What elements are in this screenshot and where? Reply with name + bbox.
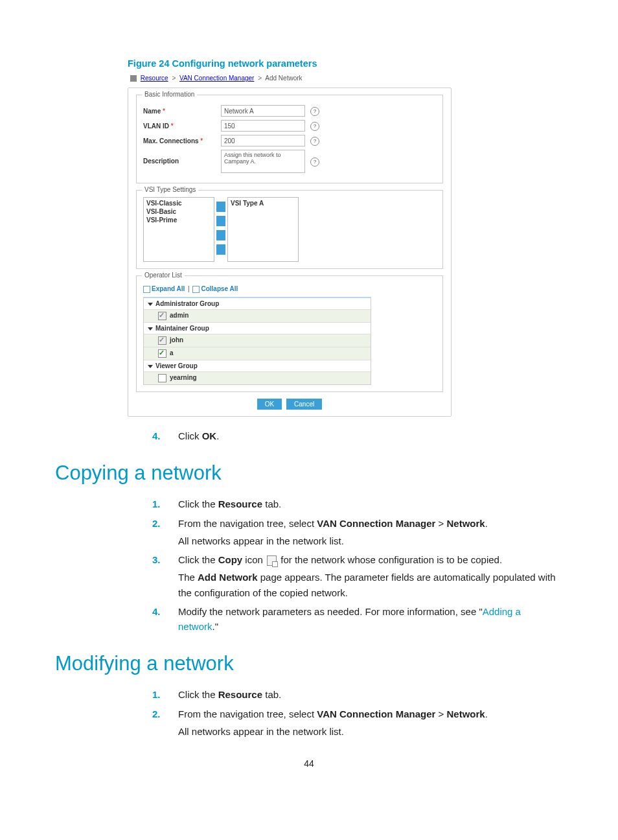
step-number: 1. [152, 496, 178, 511]
maxconn-label: Max. Connections * [143, 135, 221, 145]
step-number: 1. [152, 687, 178, 702]
figure-caption: Figure 24 Configuring network parameters [128, 58, 563, 69]
operator-user-name: admin [170, 312, 189, 319]
vsi-legend: VSI Type Settings [142, 186, 198, 193]
operator-user-row: yearning [144, 372, 371, 384]
vsi-selected-item[interactable]: VSI Type A [231, 199, 295, 207]
expand-all-link[interactable]: Expand All [152, 285, 185, 292]
vsi-selected-list[interactable]: VSI Type A [227, 197, 299, 262]
move-all-right-button[interactable] [216, 230, 225, 240]
oplist-legend: Operator List [142, 272, 185, 279]
operator-group-row[interactable]: Administrator Group [144, 298, 371, 310]
breadcrumb-resource[interactable]: Resource [141, 75, 168, 82]
step-text: Click the Resource tab. [178, 687, 563, 702]
basic-info-group: Basic Information Name * ? VLAN ID * ? [136, 95, 443, 183]
page-number: 44 [55, 758, 563, 769]
step-number: 2. [152, 706, 178, 740]
step-text: Click the Copy icon for the network whos… [178, 552, 563, 600]
breadcrumb-sep: > [258, 75, 262, 82]
cross-ref-link[interactable]: Adding a network [178, 606, 521, 632]
pre-step-list: 4. Click OK. [152, 428, 563, 443]
caret-down-icon [148, 303, 153, 306]
copy-steps: 1.Click the Resource tab.2.From the navi… [152, 496, 563, 634]
help-icon[interactable]: ? [310, 107, 319, 116]
modify-steps: 1.Click the Resource tab.2.From the navi… [152, 687, 563, 739]
operator-list-group: Operator List Expand All | Collapse All … [136, 275, 443, 392]
operator-group-row[interactable]: Viewer Group [144, 360, 371, 372]
collapse-icon [192, 286, 200, 293]
operator-group-name: Maintainer Group [155, 325, 209, 332]
ok-button[interactable]: OK [257, 399, 282, 410]
section-heading-modifying: Modifying a network [55, 652, 563, 675]
vsi-available-item[interactable]: VSI-Basic [146, 207, 211, 216]
user-checkbox[interactable] [158, 374, 166, 382]
vsi-available-item[interactable]: VSI-Prime [146, 216, 211, 224]
form-panel: Basic Information Name * ? VLAN ID * ? [128, 88, 452, 417]
step-text: Click OK. [178, 428, 563, 443]
name-label: Name * [143, 105, 221, 115]
move-right-button[interactable] [216, 202, 225, 212]
step-number: 2. [152, 516, 178, 549]
operator-user-row: admin [144, 310, 371, 323]
operator-group-name: Viewer Group [155, 362, 198, 369]
shuttle-buttons [214, 197, 227, 262]
help-icon[interactable]: ? [310, 122, 319, 131]
step-subtext: All networks appear in the network list. [178, 724, 563, 739]
step-text: Click the Resource tab. [178, 496, 563, 511]
breadcrumb-sep: > [172, 75, 176, 82]
user-checkbox [158, 336, 166, 345]
section-heading-copying: Copying a network [55, 461, 563, 485]
user-checkbox[interactable] [158, 349, 166, 358]
resource-icon [130, 75, 137, 82]
step-text: From the navigation tree, select VAN Con… [178, 706, 563, 740]
operator-user-name: john [170, 336, 183, 344]
step-number: 4. [152, 428, 178, 443]
step-subtext: All networks appear in the network list. [178, 533, 563, 548]
button-bar: OK Cancel [128, 399, 451, 410]
step-subtext: The Add Network page appears. The parame… [178, 570, 563, 600]
desc-textarea[interactable]: Assign this network to Campany A. [221, 150, 305, 173]
desc-label: Description [143, 150, 221, 165]
step-text: Modify the network parameters as needed.… [178, 604, 563, 635]
vsi-group: VSI Type Settings VSI-ClassicVSI-BasicVS… [136, 190, 443, 269]
operator-table: Administrator GroupadminMaintainer Group… [143, 297, 371, 385]
move-left-button[interactable] [216, 216, 225, 226]
operator-user-name: a [170, 349, 174, 356]
operator-user-row: john [144, 334, 371, 347]
expand-icon [143, 286, 150, 293]
caret-down-icon [148, 327, 153, 331]
operator-group-row[interactable]: Maintainer Group [144, 323, 371, 334]
step-number: 4. [152, 604, 178, 635]
operator-user-row: a [144, 347, 371, 360]
breadcrumb: Resource > VAN Connection Manager > Add … [128, 73, 452, 84]
basic-legend: Basic Information [142, 91, 197, 98]
move-all-left-button[interactable] [216, 244, 225, 255]
user-checkbox [158, 312, 166, 320]
vsi-available-item[interactable]: VSI-Classic [146, 199, 211, 207]
caret-down-icon [148, 365, 153, 368]
maxconn-input[interactable] [221, 135, 305, 146]
help-icon[interactable]: ? [310, 158, 319, 167]
help-icon[interactable]: ? [310, 137, 319, 146]
step-number: 3. [152, 552, 178, 600]
collapse-all-link[interactable]: Collapse All [201, 285, 238, 292]
copy-icon [267, 555, 277, 566]
name-input[interactable] [221, 105, 305, 117]
vlan-input[interactable] [221, 120, 305, 132]
vlan-label: VLAN ID * [143, 120, 221, 130]
cancel-button[interactable]: Cancel [286, 399, 322, 410]
step-text: From the navigation tree, select VAN Con… [178, 516, 563, 549]
breadcrumb-current: Add Network [265, 75, 302, 82]
operator-user-name: yearning [170, 374, 197, 381]
vsi-available-list[interactable]: VSI-ClassicVSI-BasicVSI-Prime [143, 197, 214, 262]
screenshot-panel: Resource > VAN Connection Manager > Add … [128, 73, 452, 417]
operator-group-name: Administrator Group [155, 300, 219, 307]
breadcrumb-van[interactable]: VAN Connection Manager [179, 75, 254, 82]
